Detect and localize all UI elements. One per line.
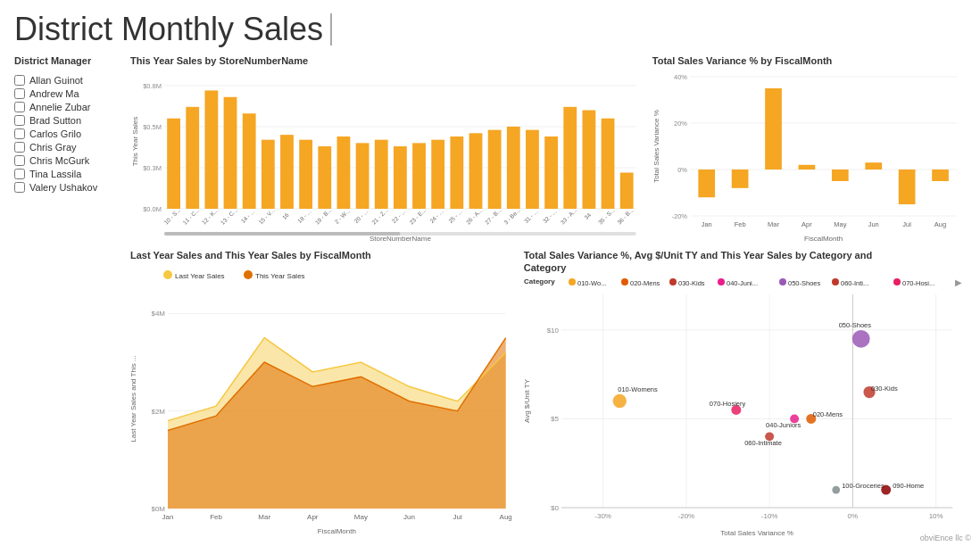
svg-text:Mar: Mar — [258, 513, 270, 521]
svg-rect-15 — [224, 97, 237, 209]
svg-text:40%: 40% — [674, 73, 687, 81]
page-title: District Monthly Sales — [14, 11, 966, 48]
svg-text:2 - W...: 2 - W... — [333, 207, 351, 225]
svg-text:22 - ...: 22 - ... — [391, 208, 407, 224]
svg-rect-73 — [732, 170, 749, 188]
svg-rect-33 — [394, 146, 407, 209]
svg-rect-85 — [932, 170, 949, 181]
svg-text:Last Year Sales and This ...: Last Year Sales and This ... — [130, 355, 137, 442]
svg-text:$0.3M: $0.3M — [143, 164, 162, 172]
manager-name: Brad Sutton — [29, 115, 81, 126]
scatter-chart-subtitle: Category — [524, 262, 966, 273]
manager-item[interactable]: Annelie Zubar — [14, 102, 121, 112]
svg-point-111 — [569, 278, 576, 285]
manager-checkbox[interactable] — [14, 88, 25, 99]
svg-rect-47 — [526, 130, 539, 209]
svg-text:$4M: $4M — [151, 310, 165, 318]
svg-rect-49 — [544, 136, 558, 209]
svg-text:070-Hosiery: 070-Hosiery — [710, 400, 746, 408]
svg-text:32 - ...: 32 - ... — [542, 208, 558, 224]
charts-area: This Year Sales by StoreNumberName This … — [130, 55, 966, 542]
svg-text:20%: 20% — [674, 120, 687, 128]
svg-text:Total Sales Variance %: Total Sales Variance % — [720, 529, 793, 537]
manager-name: Chris McGurk — [29, 155, 89, 166]
svg-text:35 - S...: 35 - S... — [597, 207, 616, 226]
svg-rect-9 — [167, 119, 180, 209]
svg-text:040-Juni...: 040-Juni... — [727, 279, 758, 287]
svg-point-90 — [244, 270, 253, 279]
manager-name: Allan Guinot — [29, 75, 83, 86]
variance-chart-area: Total Sales Variance %40%20%0%-20%JanFeb… — [652, 70, 966, 243]
svg-text:Aug: Aug — [934, 220, 946, 228]
svg-text:16: 16 — [281, 211, 290, 220]
manager-item[interactable]: Allan Guinot — [14, 75, 121, 86]
variance-chart-title: Total Sales Variance % by FiscalMonth — [652, 55, 966, 66]
svg-point-153 — [852, 330, 870, 348]
svg-text:Apr: Apr — [307, 513, 319, 521]
manager-checkbox[interactable] — [14, 182, 25, 193]
manager-item[interactable]: Andrew Ma — [14, 88, 121, 99]
svg-text:33 - A...: 33 - A... — [560, 207, 578, 226]
svg-text:0%: 0% — [847, 512, 858, 520]
svg-rect-35 — [412, 143, 426, 209]
manager-list: Allan GuinotAndrew MaAnnelie ZubarBrad S… — [14, 75, 121, 193]
manager-item[interactable]: Chris McGurk — [14, 155, 121, 166]
svg-rect-11 — [186, 107, 199, 209]
manager-checkbox[interactable] — [14, 128, 25, 139]
svg-text:$0M: $0M — [151, 505, 165, 513]
district-manager-panel: District Manager Allan GuinotAndrew MaAn… — [14, 55, 121, 542]
manager-item[interactable]: Carlos Grilo — [14, 128, 121, 139]
svg-rect-55 — [602, 119, 615, 209]
svg-rect-19 — [262, 140, 275, 209]
store-bar-chart-title: This Year Sales by StoreNumberName — [130, 55, 644, 66]
svg-text:$0.5M: $0.5M — [143, 123, 162, 131]
line-chart: Last Year Sales and This Year Sales by F… — [130, 250, 515, 542]
svg-marker-100 — [168, 338, 506, 509]
store-bar-chart-area: This Year Sales$0.0M$0.3M$0.5M$0.8M10 - … — [130, 70, 644, 243]
svg-rect-57 — [620, 172, 634, 209]
scatter-chart-title: Total Sales Variance %, Avg $/Unit TY an… — [524, 250, 966, 261]
store-bar-chart: This Year Sales by StoreNumberName This … — [130, 55, 644, 243]
manager-checkbox[interactable] — [14, 169, 25, 179]
svg-text:14 - ...: 14 - ... — [239, 208, 255, 224]
svg-text:020-Mens: 020-Mens — [630, 279, 660, 287]
svg-text:▶: ▶ — [955, 277, 962, 287]
svg-point-117 — [718, 278, 725, 285]
manager-item[interactable]: Valery Ushakov — [14, 182, 121, 193]
svg-text:23 - E...: 23 - E... — [408, 207, 427, 226]
svg-text:060-Intimate: 060-Intimate — [744, 439, 782, 447]
manager-checkbox[interactable] — [14, 142, 25, 153]
manager-item[interactable]: Chris Gray — [14, 142, 121, 153]
district-manager-label: District Manager — [14, 55, 121, 66]
svg-text:-20%: -20% — [671, 212, 687, 220]
svg-text:Avg $/Unit TY: Avg $/Unit TY — [524, 378, 531, 423]
svg-point-113 — [621, 278, 628, 285]
svg-text:19 - B...: 19 - B... — [313, 207, 332, 226]
manager-item[interactable]: Brad Sutton — [14, 115, 121, 126]
manager-item[interactable]: Tina Lassila — [14, 169, 121, 179]
svg-text:Aug: Aug — [500, 513, 512, 521]
svg-text:12 - K...: 12 - K... — [201, 207, 220, 226]
manager-checkbox[interactable] — [14, 102, 25, 112]
bottom-charts-row: Last Year Sales and This Year Sales by F… — [130, 250, 966, 542]
svg-text:34: 34 — [583, 211, 592, 220]
svg-rect-13 — [204, 90, 218, 209]
svg-text:31 - ...: 31 - ... — [523, 208, 539, 224]
svg-text:10%: 10% — [928, 512, 943, 520]
svg-text:020-Mens: 020-Mens — [812, 410, 843, 418]
svg-rect-29 — [356, 143, 370, 209]
manager-checkbox[interactable] — [14, 155, 25, 166]
svg-text:15 - V...: 15 - V... — [257, 207, 276, 226]
svg-text:Jan: Jan — [162, 513, 174, 521]
svg-text:Mar: Mar — [768, 220, 779, 228]
line-chart-title: Last Year Sales and This Year Sales by F… — [130, 250, 515, 261]
manager-name: Tina Lassila — [29, 169, 81, 179]
brand-footer: obviEnce llc © — [920, 534, 971, 542]
manager-checkbox[interactable] — [14, 115, 25, 126]
svg-text:050-Shoes: 050-Shoes — [838, 321, 871, 329]
svg-text:$2M: $2M — [151, 408, 165, 416]
manager-checkbox[interactable] — [14, 75, 25, 86]
svg-text:May: May — [354, 513, 368, 521]
svg-point-121 — [832, 278, 839, 285]
svg-point-161 — [881, 485, 891, 495]
